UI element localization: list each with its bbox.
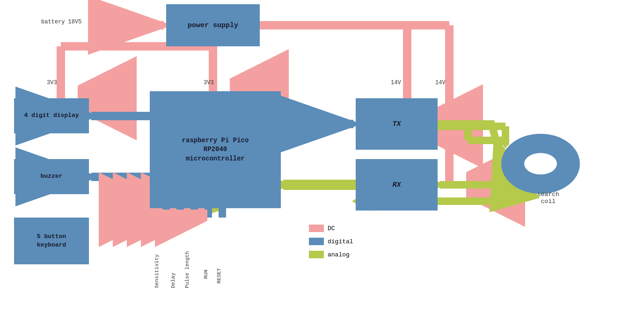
legend-analog: analog xyxy=(309,251,350,258)
delay-label: Delay xyxy=(170,273,176,288)
legend-analog-box xyxy=(309,251,324,258)
pulse-length-label: Pulse length xyxy=(184,251,190,288)
legend-dc: DC xyxy=(309,225,335,232)
legend-digital-label: digital xyxy=(328,238,353,245)
sensitivity-label: Sensitivity xyxy=(154,254,160,288)
legend-digital: digital xyxy=(309,238,353,245)
svg-point-39 xyxy=(524,153,557,175)
diagram: power supply raspberry Pi PicoRP2040micr… xyxy=(0,0,644,313)
buzzer-block: buzzer xyxy=(14,159,89,194)
run-label: RUN xyxy=(203,269,209,279)
reset-label: RESET xyxy=(216,268,222,284)
battery-label: battery 18V5 xyxy=(41,19,81,25)
v3v-center-label: 3V3 xyxy=(204,80,214,86)
display-block: 4 digit display xyxy=(14,98,89,133)
tx-block: TX xyxy=(356,98,438,150)
legend-dc-box xyxy=(309,225,324,232)
v14-right-label: 14V xyxy=(435,80,446,86)
search-coil-visual xyxy=(508,140,573,187)
v14-left-label: 14V xyxy=(391,80,401,86)
legend-digital-box xyxy=(309,238,324,245)
power-supply-block: power supply xyxy=(166,4,260,46)
search-coil-label: searchcoil xyxy=(537,191,559,205)
rx-block: RX xyxy=(356,159,438,211)
v3v-left-label: 3V3 xyxy=(47,80,57,86)
legend-analog-label: analog xyxy=(328,251,350,258)
raspberry-block: raspberry Pi PicoRP2040microcontroller xyxy=(150,91,281,208)
keyboard-block: 5 buttonkeyboard xyxy=(14,218,89,264)
legend-dc-label: DC xyxy=(328,225,335,232)
